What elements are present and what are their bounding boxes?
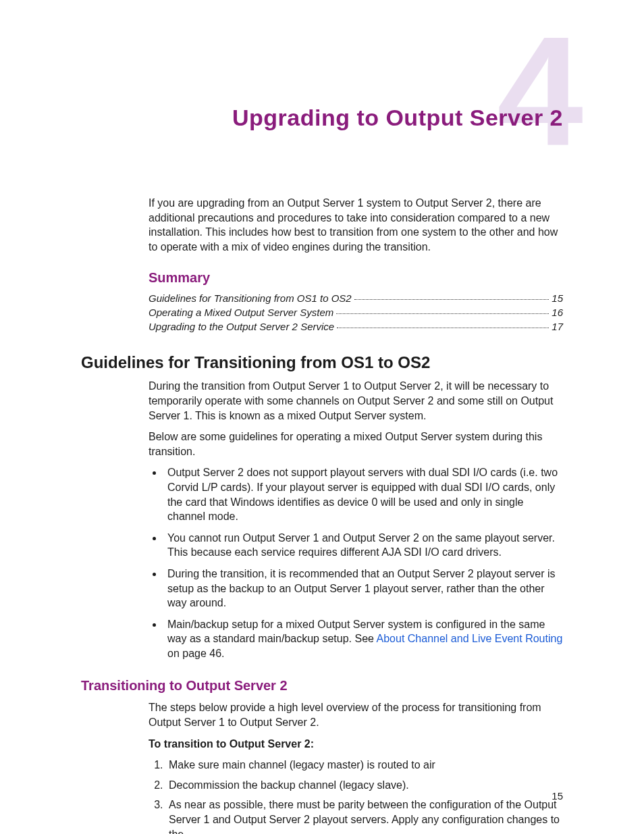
text: on page 46.	[167, 648, 225, 659]
summary-toc: Guidelines for Transitioning from OS1 to…	[149, 292, 563, 333]
procedure-title: To transition to Output Server 2:	[149, 737, 563, 752]
list-item: Main/backup setup for a mixed Output Ser…	[163, 617, 563, 661]
paragraph: During the transition from Output Server…	[149, 379, 563, 423]
toc-row[interactable]: Operating a Mixed Output Server System 1…	[149, 307, 563, 319]
toc-title: Upgrading to the Output Server 2 Service	[149, 321, 334, 332]
page-number: 15	[552, 790, 563, 802]
section-heading-guidelines: Guidelines for Transitioning from OS1 to…	[81, 353, 563, 372]
step-item: Decommission the backup channel (legacy …	[166, 778, 563, 793]
list-item: During the transition, it is recommended…	[163, 567, 563, 610]
paragraph: Below are some guidelines for operating …	[149, 429, 563, 459]
list-item: You cannot run Output Server 1 and Outpu…	[163, 531, 563, 560]
toc-row[interactable]: Upgrading to the Output Server 2 Service…	[149, 321, 563, 333]
toc-page: 17	[552, 321, 563, 332]
chapter-number-watermark: 4	[497, 14, 576, 169]
step-item: As near as possible, there must be parit…	[166, 798, 563, 834]
step-item: Make sure main channel (legacy master) i…	[166, 758, 563, 773]
toc-page: 16	[552, 307, 563, 318]
intro-paragraph: If you are upgrading from an Output Serv…	[149, 196, 563, 254]
toc-leader-dots	[337, 328, 549, 328]
chapter-title: Upgrading to Output Server 2	[81, 105, 563, 131]
toc-row[interactable]: Guidelines for Transitioning from OS1 to…	[149, 292, 563, 305]
paragraph: The steps below provide a high level ove…	[149, 700, 563, 729]
summary-heading: Summary	[149, 270, 563, 286]
toc-leader-dots	[354, 299, 549, 300]
toc-page: 15	[552, 292, 563, 304]
section1-body: During the transition from Output Server…	[149, 379, 563, 660]
toc-title: Operating a Mixed Output Server System	[149, 307, 333, 318]
list-item: Output Server 2 does not support playout…	[163, 465, 563, 523]
section2-body: The steps below provide a high level ove…	[149, 700, 563, 834]
cross-reference-link[interactable]: About Channel and Live Event Routing	[377, 633, 563, 644]
toc-title: Guidelines for Transitioning from OS1 to…	[149, 292, 352, 304]
subsection-heading-transitioning: Transitioning to Output Server 2	[81, 678, 563, 694]
toc-leader-dots	[336, 313, 549, 314]
